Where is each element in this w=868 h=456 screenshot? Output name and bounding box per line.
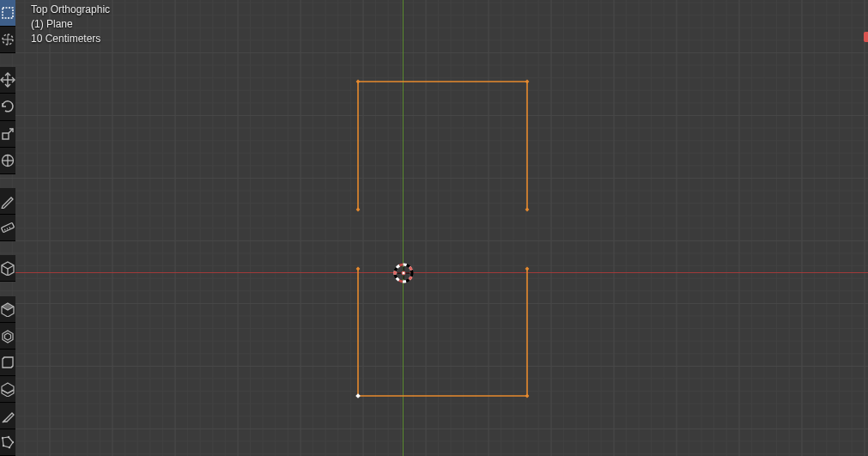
loopcut-icon	[0, 381, 15, 397]
measure-icon	[0, 220, 15, 235]
viewport-grid-scale: 10 Centimeters	[31, 32, 110, 46]
tool-loopcut[interactable]	[0, 376, 15, 403]
toolbar	[0, 0, 15, 456]
toolbar-gap	[0, 174, 15, 188]
tool-extrude[interactable]	[0, 296, 15, 323]
scale-icon	[0, 126, 15, 142]
toolbar-gap	[0, 282, 15, 295]
toolbar-gap	[0, 53, 15, 67]
tool-inset[interactable]	[0, 323, 15, 350]
extrude-icon	[0, 301, 15, 317]
inset-icon	[0, 328, 15, 344]
tool-rotate[interactable]	[0, 94, 15, 120]
tool-add-cube[interactable]	[0, 255, 15, 282]
tool-measure[interactable]	[0, 215, 15, 241]
cube-icon	[0, 260, 15, 276]
viewport-grid	[0, 0, 868, 456]
viewport-view-name: Top Orthographic	[31, 3, 110, 17]
tool-knife[interactable]	[0, 403, 15, 429]
rotate-icon	[0, 99, 15, 114]
tool-scale[interactable]	[0, 121, 15, 148]
tool-move[interactable]	[0, 67, 15, 94]
move-icon	[0, 72, 15, 88]
viewport-object-name: (1) Plane	[31, 17, 110, 32]
toolbar-gap	[0, 241, 15, 255]
tool-transform[interactable]	[0, 148, 15, 174]
cursor-icon	[0, 32, 15, 47]
tool-bevel[interactable]	[0, 350, 15, 376]
select-icon	[0, 5, 15, 21]
tool-cursor[interactable]	[0, 27, 15, 53]
axis-y	[403, 0, 404, 456]
annotate-icon	[0, 193, 15, 209]
tool-annotate[interactable]	[0, 188, 15, 215]
viewport-info: Top Orthographic (1) Plane 10 Centimeter…	[31, 3, 110, 46]
tab-indicator[interactable]	[864, 32, 868, 42]
axis-x	[0, 272, 868, 273]
bevel-icon	[0, 355, 15, 370]
tool-polybuild[interactable]	[0, 429, 15, 456]
tool-select-box[interactable]	[0, 0, 15, 27]
transform-icon	[0, 153, 15, 168]
knife-icon	[0, 408, 15, 423]
polybuild-icon	[0, 435, 15, 450]
